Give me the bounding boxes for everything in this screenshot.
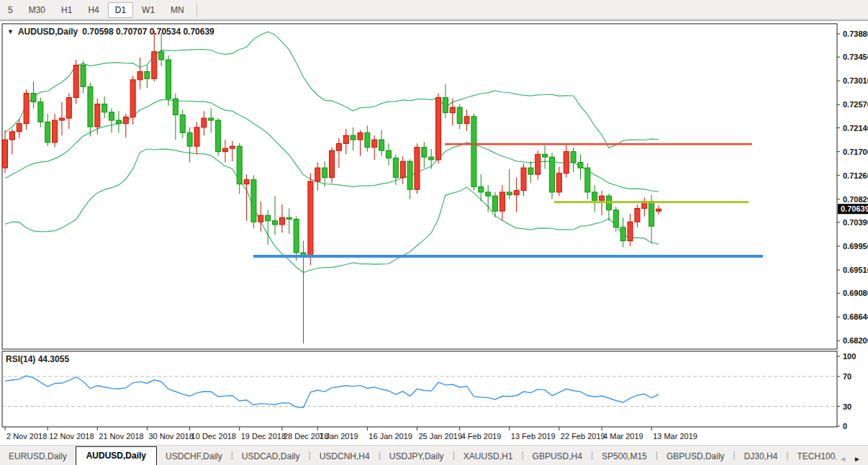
candle-body [543,154,548,157]
candle-body [137,72,143,80]
chart-tab-gbpusd-h4[interactable]: GBPUSD,H4 [524,448,591,465]
time-axis-label: 7 Jan 2019 [319,432,358,441]
candle-body [258,215,263,222]
candle-body [514,191,519,195]
time-axis-label: 30 Nov 2018 [148,432,193,441]
candle-body [436,98,441,160]
candle-body [393,158,398,178]
price-axis-label: 0.69950 [843,242,868,250]
rsi-axis-label: 30 [843,402,851,411]
candle-body [358,132,363,140]
candle-body [372,140,377,148]
candle-body [351,135,356,140]
chart-tab-audusd-daily[interactable]: AUDUSD,Daily [76,446,157,465]
time-axis-label: 10 Dec 2018 [191,432,236,441]
timeframe-button-mn[interactable]: MN [163,2,191,18]
time-axis-label: 4 Mar 2019 [603,432,643,441]
bollinger-upper-band[interactable] [5,32,659,148]
candle-body [109,112,114,120]
candle-body [202,118,207,127]
timeframe-button-h1[interactable]: H1 [54,2,79,18]
candle-body [130,80,135,117]
candle-body [123,117,128,124]
candle-body [379,140,384,150]
candle-body [499,192,505,211]
candle-body [635,208,640,222]
candle-body [237,146,242,184]
rsi-line[interactable] [5,376,659,407]
toolbar-separator [196,3,197,17]
candle-body [415,148,420,190]
candle-body [209,118,214,120]
candle-body [422,148,427,158]
price-axis[interactable]: 0.738800.734500.730100.725700.721400.717… [837,30,868,430]
candle-body [159,52,164,60]
candle-body [656,209,661,211]
timeframe-button-d1[interactable]: D1 [108,2,133,18]
candle-body [493,196,498,211]
tab-scroll-arrows: ◄ ► [836,455,868,465]
price-axis-label: 0.73880 [843,30,868,38]
candle-body [187,132,192,146]
chart-tab-tech100-h1[interactable]: TECH100,H1 [789,448,837,465]
candle-body [102,104,107,112]
chart-tab-xauusd-h1[interactable]: XAUUSD,H1 [455,448,522,465]
candle-body [407,161,412,189]
current-price-tag-value: 0.70639 [841,204,868,213]
candle-body [88,87,93,127]
rsi-axis-label: 0 [843,422,847,430]
tab-scroll-right-icon[interactable]: ► [854,455,861,463]
candle-body [59,118,64,120]
candle-body [322,168,327,178]
candle-body [564,152,569,173]
price-axis-label: 0.68200 [843,336,868,345]
mt4-terminal: { "toolbar": { "timeframes": [ {"label":… [0,0,868,465]
candle-body [273,221,278,225]
chart-tab-dj30-h4[interactable]: DJ30,H4 [736,448,787,465]
chart-title: ▼ AUDUSD,Daily 0.70598 0.70707 0.70534 0… [7,27,214,37]
chart-tab-usdcnh-h4[interactable]: USDCNH,H4 [311,448,379,465]
candle-body [116,120,121,124]
candle-body [17,124,22,132]
candle-body [479,186,484,192]
time-axis-label: 19 Dec 2018 [241,432,286,441]
candle-body [521,168,526,191]
candle-body [9,132,14,140]
time-axis-label: 21 Nov 2018 [99,432,143,441]
time-axis-label: 2 Nov 2018 [6,432,47,441]
candle-body [308,181,313,257]
timeframe-button-m30[interactable]: M30 [22,2,53,18]
candle-body [73,66,78,98]
chart-symbol-label: AUDUSD,Daily [18,27,78,37]
time-axis[interactable]: 2 Nov 201812 Nov 201821 Nov 201830 Nov 2… [5,427,697,441]
price-chart-canvas: 0.738800.734500.730100.725700.721400.717… [0,21,868,444]
chart-tabs: EURUSD,DailyAUDUSD,DailyUSDCHF,Daily|USD… [0,446,836,465]
rsi-axis-label: 70 [843,372,851,381]
chart-tab-gbpusd-daily[interactable]: GBPUSD,Daily [658,448,733,465]
tab-scroll-left-icon[interactable]: ◄ [839,455,846,463]
candle-body [38,102,43,122]
chart-tab-usdcad-daily[interactable]: USDCAD,Daily [233,448,309,465]
candle-body [315,168,320,181]
chart-tab-eurusd-daily[interactable]: EURUSD,Daily [0,448,76,465]
chart-menu-caret-icon[interactable]: ▼ [7,28,14,35]
main-panel [3,30,764,343]
candle-body [400,161,405,178]
timeframe-button-h4[interactable]: H4 [81,2,106,18]
price-axis-label: 0.73450 [843,53,868,61]
candle-body [556,173,561,192]
candle-body [244,180,249,184]
candle-body [3,140,8,168]
candle-body [628,222,633,240]
candle-body [81,66,86,87]
candle-body [535,154,541,174]
time-axis-label: 12 Nov 2018 [49,432,94,441]
timeframe-button-5[interactable]: 5 [1,2,20,18]
candle-body [592,192,597,200]
chart-tab-usdjpy-daily[interactable]: USDJPY,Daily [381,448,453,465]
candle-body [166,60,171,99]
chart-tab-usdchf-daily[interactable]: USDCHF,Daily [157,448,231,465]
chart-tab-sp500-m15[interactable]: SP500,M15 [593,448,656,465]
timeframe-button-w1[interactable]: W1 [135,2,162,18]
candle-body [571,152,576,163]
